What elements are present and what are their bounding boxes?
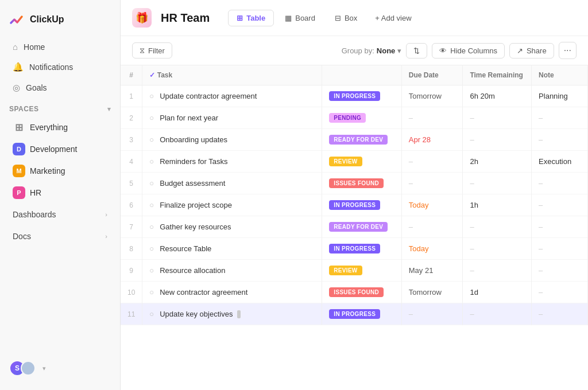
table-row[interactable]: 11 ○ Update key objectives IN PROGRESS –… xyxy=(121,303,588,325)
sidebar-item-goals[interactable]: ◎ Goals xyxy=(3,78,117,98)
row-status[interactable]: REVIEW xyxy=(322,260,401,282)
row-note: – xyxy=(532,216,588,238)
table-row[interactable]: 4 ○ Reminders for Tasks REVIEW – 2h Exec… xyxy=(121,151,588,173)
task-checkbox[interactable]: ○ xyxy=(149,114,154,122)
sidebar-item-marketing[interactable]: M Marketing xyxy=(3,161,117,181)
sort-button[interactable]: ⇅ xyxy=(406,43,427,58)
col-time-remaining[interactable]: Time Remaining xyxy=(463,65,532,85)
row-status[interactable]: READY FOR DEV xyxy=(322,216,401,238)
avatar-group[interactable]: S xyxy=(9,360,36,376)
sidebar-item-development[interactable]: D Development xyxy=(3,139,117,159)
task-checkbox[interactable]: ○ xyxy=(149,135,154,144)
toolbar-left: ⧖ Filter xyxy=(132,42,172,58)
workspace-icon: 🎁 xyxy=(132,8,152,28)
sidebar-item-everything[interactable]: ⊞ Everything xyxy=(3,117,117,138)
row-status[interactable]: IN PROGRESS xyxy=(322,303,401,325)
table-row[interactable]: 8 ○ Resource Table IN PROGRESS Today – – xyxy=(121,238,588,260)
more-options-button[interactable]: ··· xyxy=(559,42,577,59)
group-by-value: None xyxy=(377,46,396,55)
task-checkbox[interactable]: ○ xyxy=(149,310,154,318)
row-task[interactable]: ○ Finalize project scope xyxy=(142,194,322,216)
task-checkbox[interactable]: ○ xyxy=(149,201,154,209)
row-status[interactable]: ISSUES FOUND xyxy=(322,282,401,303)
row-status[interactable]: IN PROGRESS xyxy=(322,85,401,107)
task-checkbox[interactable]: ○ xyxy=(149,223,154,231)
row-status[interactable]: IN PROGRESS xyxy=(322,238,401,260)
sidebar-item-notifications-label: Notifications xyxy=(29,63,73,72)
share-button[interactable]: ↗ Share xyxy=(509,43,554,58)
user-chevron-icon[interactable]: ▾ xyxy=(42,365,46,372)
table-row[interactable]: 6 ○ Finalize project scope IN PROGRESS T… xyxy=(121,194,588,216)
tab-box[interactable]: ⊟ Box xyxy=(326,10,366,26)
filter-button[interactable]: ⧖ Filter xyxy=(132,42,172,58)
add-view-button[interactable]: + Add view xyxy=(368,10,418,26)
task-name: New contractor agreement xyxy=(160,288,247,297)
hide-columns-button[interactable]: 👁 Hide Columns xyxy=(432,43,505,58)
sidebar-item-home[interactable]: ⌂ Home xyxy=(3,37,117,56)
row-task[interactable]: ○ Update contractor agreement xyxy=(142,85,322,107)
row-task[interactable]: ○ Resource Table xyxy=(142,238,322,260)
row-task[interactable]: ○ Gather key resources xyxy=(142,216,322,238)
filter-icon: ⧖ xyxy=(140,46,145,55)
row-status[interactable]: READY FOR DEV xyxy=(322,129,401,151)
tab-board-label: Board xyxy=(295,14,315,22)
group-by-control[interactable]: Group by: None ▾ xyxy=(342,46,402,55)
sidebar-item-hr[interactable]: P HR xyxy=(3,182,117,203)
spaces-chevron-icon[interactable]: ▾ xyxy=(107,106,111,113)
row-time-remaining: – xyxy=(463,260,532,282)
toolbar: ⧖ Filter Group by: None ▾ ⇅ 👁 Hide Colum… xyxy=(121,36,588,65)
table-row[interactable]: 5 ○ Budget assessment ISSUES FOUND – – – xyxy=(121,173,588,194)
app-name: ClickUp xyxy=(30,14,64,25)
task-checkbox[interactable]: ○ xyxy=(149,266,154,275)
row-task[interactable]: ○ Budget assessment xyxy=(142,173,322,194)
task-name: Finalize project scope xyxy=(160,201,232,209)
task-checkbox[interactable]: ○ xyxy=(149,288,154,297)
task-checkbox[interactable]: ○ xyxy=(149,157,154,166)
task-checkbox[interactable]: ○ xyxy=(149,179,154,188)
row-task[interactable]: ○ Onboarding updates xyxy=(142,129,322,151)
row-status[interactable]: ISSUES FOUND xyxy=(322,173,401,194)
row-task[interactable]: ○ Update key objectives xyxy=(142,303,322,325)
col-task[interactable]: ✓ Task xyxy=(142,65,322,85)
table-row[interactable]: 2 ○ Plan for next year PENDING – – – xyxy=(121,107,588,129)
row-status[interactable]: IN PROGRESS xyxy=(322,194,401,216)
row-task[interactable]: ○ Resource allocation xyxy=(142,260,322,282)
row-time-remaining: 2h xyxy=(463,151,532,173)
task-tbody: 1 ○ Update contractor agreement IN PROGR… xyxy=(121,85,588,325)
col-note[interactable]: Note xyxy=(532,65,588,85)
row-due-date: Today xyxy=(401,194,463,216)
row-time-remaining: – xyxy=(463,238,532,260)
sidebar-item-dashboards[interactable]: Dashboards › xyxy=(3,204,117,225)
col-num: # xyxy=(121,65,142,85)
row-note: – xyxy=(532,173,588,194)
box-icon: ⊟ xyxy=(335,14,341,22)
sidebar-item-docs[interactable]: Docs › xyxy=(3,226,117,247)
table-icon: ⊞ xyxy=(237,14,243,22)
row-task[interactable]: ○ New contractor agreement xyxy=(142,282,322,303)
task-checkbox[interactable]: ○ xyxy=(149,244,154,253)
table-row[interactable]: 1 ○ Update contractor agreement IN PROGR… xyxy=(121,85,588,107)
resize-handle[interactable] xyxy=(237,310,241,318)
row-time-remaining: – xyxy=(463,303,532,325)
col-status[interactable] xyxy=(322,65,401,85)
row-note: – xyxy=(532,129,588,151)
table-row[interactable]: 10 ○ New contractor agreement ISSUES FOU… xyxy=(121,282,588,303)
status-badge: ISSUES FOUND xyxy=(329,178,384,188)
tab-table[interactable]: ⊞ Table xyxy=(228,10,274,26)
status-badge: IN PROGRESS xyxy=(329,309,380,319)
status-badge: IN PROGRESS xyxy=(329,244,380,253)
row-status[interactable]: REVIEW xyxy=(322,151,401,173)
table-row[interactable]: 7 ○ Gather key resources READY FOR DEV –… xyxy=(121,216,588,238)
table-row[interactable]: 3 ○ Onboarding updates READY FOR DEV Apr… xyxy=(121,129,588,151)
col-due-date[interactable]: Due Date xyxy=(401,65,463,85)
row-status[interactable]: PENDING xyxy=(322,107,401,129)
sidebar-item-notifications[interactable]: 🔔 Notifications xyxy=(3,57,117,77)
tab-board[interactable]: ▦ Board xyxy=(276,10,324,26)
sidebar-item-home-label: Home xyxy=(24,42,45,52)
row-time-remaining: – xyxy=(463,173,532,194)
status-badge: REVIEW xyxy=(329,157,362,166)
row-task[interactable]: ○ Reminders for Tasks xyxy=(142,151,322,173)
table-row[interactable]: 9 ○ Resource allocation REVIEW May 21 – … xyxy=(121,260,588,282)
row-task[interactable]: ○ Plan for next year xyxy=(142,107,322,129)
task-checkbox[interactable]: ○ xyxy=(149,92,154,100)
